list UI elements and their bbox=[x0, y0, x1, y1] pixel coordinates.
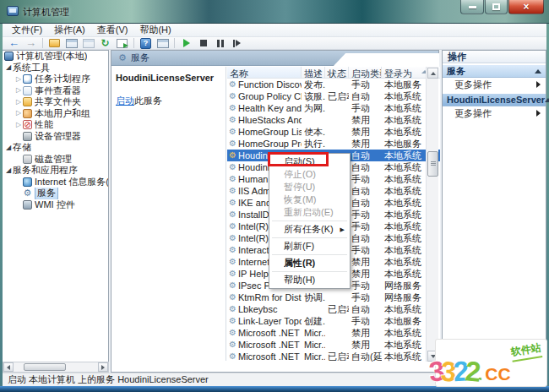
service-row[interactable]: ⚙Function Discove... 发布... 手动 本地服务 bbox=[227, 79, 440, 90]
tree-item[interactable]: 性能 bbox=[3, 119, 108, 131]
actions-section-services[interactable]: 服务 bbox=[443, 65, 546, 78]
tree-expander-icon[interactable] bbox=[14, 98, 23, 106]
stop-service-button[interactable] bbox=[195, 37, 211, 49]
tree-item[interactable]: WMI 控件 bbox=[3, 199, 108, 211]
left-arrow-icon bbox=[7, 365, 10, 370]
service-row[interactable]: ⚙Microsoft .NET F... Micr... 禁用 本地系统 bbox=[227, 327, 440, 339]
context-menu-item[interactable]: 恢复(M) bbox=[269, 193, 350, 206]
service-status: 已启动 bbox=[325, 351, 349, 362]
tree-item[interactable]: 本地用户和组 bbox=[3, 108, 108, 120]
start-service-button[interactable] bbox=[178, 37, 194, 49]
column-header-startup-type[interactable]: 启动类型 bbox=[349, 67, 382, 78]
tree-item[interactable]: 系统工具 bbox=[3, 63, 108, 74]
menu-bar-item[interactable]: 帮助(H) bbox=[133, 23, 177, 37]
tree-item[interactable]: 任务计划程序 bbox=[3, 74, 108, 85]
service-row[interactable]: ⚙HomeGroup Pro... 执行... 禁用 本地服务 bbox=[227, 138, 440, 150]
tree-expander-icon[interactable] bbox=[14, 75, 23, 84]
context-menu-item[interactable]: 帮助(H) bbox=[269, 274, 350, 286]
service-name: Microsoft .NET F... bbox=[238, 351, 302, 362]
column-header-logon-as[interactable]: 登录为 bbox=[382, 67, 426, 78]
tree-item[interactable]: 计算机管理(本地) bbox=[3, 51, 108, 63]
service-name: Lbkeybsc bbox=[238, 304, 277, 314]
context-menu-item[interactable]: 停止(O) bbox=[269, 168, 350, 181]
tree-expander-icon[interactable] bbox=[14, 109, 23, 117]
start-service-link[interactable]: 启动 bbox=[116, 95, 134, 106]
service-row[interactable]: ⚙Microsoft .NET F... Micr... 已启动 自动(延迟..… bbox=[227, 351, 440, 362]
context-menu-item-label: 属性(R) bbox=[284, 257, 345, 270]
context-menu-item[interactable]: 暂停(U) bbox=[269, 181, 350, 193]
tree-item[interactable]: 服务 bbox=[3, 188, 108, 199]
menu-bar-item[interactable]: 文件(F) bbox=[6, 23, 48, 37]
service-row[interactable]: ⚙Link-Layer Topol... 创建... 手动 本地服务 bbox=[227, 315, 440, 327]
service-row[interactable]: ⚙HlueStacks Andr... 禁用 本地系统 bbox=[227, 114, 440, 126]
tree-expander-icon[interactable] bbox=[4, 144, 13, 152]
forward-button[interactable]: → bbox=[23, 37, 39, 49]
menu-bar-item[interactable]: 操作(A) bbox=[48, 23, 91, 37]
context-menu-item[interactable]: 属性(R) bbox=[269, 257, 350, 270]
close-button[interactable]: × bbox=[508, 0, 544, 14]
tree-item[interactable]: Internet 信息服务(IIS)管理器 bbox=[3, 177, 108, 188]
service-name: IIS Adm bbox=[238, 186, 271, 196]
tree-item[interactable]: 磁盘管理 bbox=[3, 154, 108, 166]
tree-item[interactable]: 存储 bbox=[3, 142, 108, 154]
tree-expander-icon[interactable] bbox=[4, 166, 13, 175]
up-level-button[interactable] bbox=[46, 37, 63, 49]
services-icon bbox=[23, 188, 32, 198]
tree-expander-icon[interactable] bbox=[14, 121, 23, 129]
context-menu-item[interactable]: 所有任务(K) ▶ bbox=[269, 223, 350, 236]
service-description: 协调... bbox=[302, 291, 325, 304]
refresh-button[interactable]: ↻ bbox=[97, 37, 113, 49]
more-actions-services[interactable]: 更多操作 bbox=[443, 78, 546, 91]
service-row[interactable]: ⚙Microsoft .NET F... Micr... 禁用 本地系统 bbox=[227, 339, 440, 351]
restart-service-button[interactable] bbox=[229, 37, 245, 49]
tree-item-label: 计算机管理(本地) bbox=[16, 51, 87, 63]
pause-service-button[interactable] bbox=[212, 37, 228, 49]
service-row[interactable]: ⚙Health Key and ... 为网... 手动 本地系统 bbox=[227, 102, 440, 114]
service-logon-as: 本地系统 bbox=[382, 209, 426, 221]
column-header-status[interactable]: 状态 bbox=[325, 67, 349, 78]
service-row[interactable]: ⚙KtmRm for Distri... 协调... 手动 网络服务 bbox=[227, 291, 440, 303]
properties-window-button[interactable] bbox=[80, 37, 96, 49]
context-menu-item[interactable]: 刷新(F) bbox=[269, 240, 350, 253]
scroll-left-button[interactable] bbox=[3, 362, 14, 372]
collapse-icon[interactable] bbox=[535, 69, 541, 74]
column-header-description[interactable]: 描述 bbox=[302, 67, 325, 78]
actions-section-houdinilicenseserver[interactable]: HoudiniLicenseServer bbox=[443, 94, 546, 106]
tree-expander-icon[interactable] bbox=[4, 63, 13, 72]
tree-horizontal-scrollbar[interactable] bbox=[3, 362, 109, 373]
more-actions-houdinilicenseserver[interactable]: 更多操作 bbox=[443, 106, 546, 120]
scroll-right-button[interactable] bbox=[98, 362, 108, 372]
menu-bar-item[interactable]: 查看(V) bbox=[91, 23, 134, 37]
minimize-button[interactable] bbox=[460, 0, 484, 14]
collapse-icon[interactable] bbox=[545, 98, 549, 102]
tree-expander-icon[interactable] bbox=[14, 86, 23, 95]
service-row[interactable]: ⚙Lbkeybsc 已启动 自动 本地系统 bbox=[227, 303, 440, 315]
tree-item-label: 事件查看器 bbox=[35, 85, 81, 97]
service-row[interactable]: ⚙HomeGroup List... 使本... 禁用 本地系统 bbox=[227, 126, 440, 138]
maximize-button[interactable] bbox=[485, 0, 508, 14]
services-vertical-scrollbar[interactable] bbox=[426, 67, 438, 362]
task-scheduler-icon bbox=[23, 74, 32, 84]
tree-item-label: 性能 bbox=[35, 119, 53, 131]
column-header-name[interactable]: 名称 bbox=[227, 67, 302, 78]
tree-item[interactable]: 服务和应用程序 bbox=[3, 165, 108, 177]
tree-item[interactable]: 共享文件夹 bbox=[3, 96, 108, 108]
scrollbar-thumb[interactable] bbox=[24, 363, 66, 371]
help-button[interactable]: ? bbox=[138, 37, 154, 49]
actions-panel-title: 操作 bbox=[443, 51, 546, 63]
tree-item[interactable]: 设备管理器 bbox=[3, 131, 108, 143]
show-console-tree-button[interactable] bbox=[155, 37, 171, 49]
toolbar: ← → ↻ ? bbox=[3, 37, 546, 50]
service-gear-icon: ⚙ bbox=[229, 305, 236, 313]
context-menu-item[interactable]: 重新启动(E) bbox=[269, 206, 350, 219]
scrollbar-thumb[interactable] bbox=[427, 151, 438, 177]
service-startup-type: 手动 bbox=[349, 102, 382, 115]
back-button[interactable]: ← bbox=[6, 37, 22, 49]
export-list-button[interactable] bbox=[114, 37, 130, 49]
scroll-up-button[interactable] bbox=[427, 68, 438, 79]
service-row[interactable]: ⚙Group Policy Cli... 该服... 已启动 自动 本地系统 bbox=[227, 90, 440, 102]
service-startup-type: 禁用 bbox=[349, 268, 382, 280]
export-list-icon bbox=[117, 39, 128, 48]
tree-item[interactable]: 事件查看器 bbox=[3, 85, 108, 97]
console-window-button[interactable] bbox=[63, 37, 79, 49]
